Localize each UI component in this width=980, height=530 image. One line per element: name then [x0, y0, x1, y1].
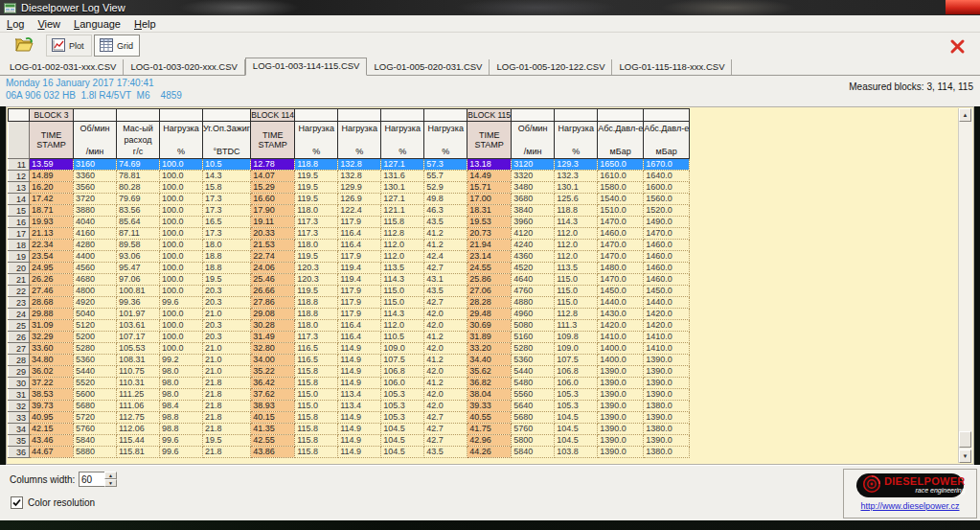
grid-cell[interactable]: 100.0 — [160, 205, 203, 217]
grid-cell[interactable]: 21.13 — [30, 228, 74, 240]
grid-cell[interactable]: 119.5 — [295, 286, 338, 297]
grid-cell[interactable]: 1390.0 — [598, 424, 644, 435]
grid-cell[interactable]: 115.8 — [295, 378, 338, 389]
grid-cell[interactable]: 4960 — [512, 309, 555, 320]
grid-cell[interactable]: 117.9 — [338, 286, 381, 297]
grid-cell[interactable]: 36.82 — [467, 378, 512, 389]
grid-cell[interactable]: 99.6 — [160, 447, 203, 458]
grid-cell[interactable]: 3560 — [74, 182, 117, 194]
grid-cell[interactable]: 19.11 — [251, 217, 295, 228]
row-header[interactable]: 36 — [9, 447, 30, 458]
grid-cell[interactable]: 1390.0 — [598, 401, 644, 412]
grid-cell[interactable]: 103.61 — [117, 320, 160, 332]
grid-cell[interactable]: 1390.0 — [598, 447, 644, 458]
grid-cell[interactable]: 132.3 — [555, 171, 598, 182]
grid-cell[interactable]: 127.1 — [381, 159, 424, 171]
grid-cell[interactable]: 117.9 — [338, 251, 381, 263]
grid-cell[interactable]: 36.42 — [251, 378, 295, 389]
grid-cell[interactable]: 117.3 — [295, 332, 338, 343]
grid-cell[interactable]: 25.46 — [251, 274, 295, 286]
grid-cell[interactable]: 100.0 — [160, 320, 203, 332]
grid-cell[interactable]: 104.5 — [381, 435, 424, 447]
grid-cell[interactable]: 117.9 — [338, 309, 381, 320]
grid-cell[interactable]: 19.53 — [467, 217, 512, 228]
grid-cell[interactable]: 1470.0 — [598, 274, 644, 286]
grid-cell[interactable]: 42.55 — [251, 435, 295, 447]
grid-cell[interactable]: 14.89 — [30, 171, 74, 182]
grid-cell[interactable]: 5200 — [74, 332, 117, 343]
grid-cell[interactable]: 1390.0 — [644, 435, 690, 447]
grid-cell[interactable]: 18.8 — [203, 263, 251, 274]
grid-cell[interactable]: 105.3 — [381, 412, 424, 424]
grid-cell[interactable]: 1390.0 — [598, 435, 644, 447]
grid-cell[interactable]: 115.0 — [555, 274, 598, 286]
grid-cell[interactable]: 1400.0 — [598, 343, 644, 355]
grid-cell[interactable]: 4680 — [74, 274, 117, 286]
grid-cell[interactable]: 33.60 — [30, 343, 74, 355]
grid-cell[interactable]: 1410.0 — [598, 332, 644, 343]
grid-cell[interactable]: 1580.0 — [598, 182, 644, 194]
grid-cell[interactable]: 3480 — [512, 182, 555, 194]
grid-cell[interactable]: 99.6 — [160, 435, 203, 447]
grid-cell[interactable]: 1470.0 — [598, 251, 644, 263]
grid-cell[interactable]: 111.06 — [117, 401, 160, 412]
grid-cell[interactable]: 1440.0 — [644, 297, 690, 309]
row-header[interactable]: 16 — [9, 217, 30, 228]
grid-cell[interactable]: 42.96 — [467, 435, 512, 447]
grid-cell[interactable]: 37.22 — [30, 378, 74, 389]
grid-cell[interactable]: 78.81 — [117, 171, 160, 182]
grid-cell[interactable]: 110.31 — [117, 378, 160, 389]
row-header[interactable]: 29 — [9, 366, 30, 378]
grid-cell[interactable]: 5160 — [512, 332, 555, 343]
menu-item-log[interactable]: Log — [0, 16, 31, 32]
grid-cell[interactable]: 24.55 — [467, 263, 512, 274]
grid-cell[interactable]: 16.20 — [30, 182, 74, 194]
grid-cell[interactable]: 3120 — [512, 159, 555, 171]
row-header[interactable]: 33 — [9, 412, 30, 424]
grid-cell[interactable]: 1470.0 — [644, 228, 690, 240]
grid-cell[interactable]: 5040 — [74, 309, 117, 320]
grid-cell[interactable]: 119.5 — [295, 194, 338, 205]
grid-cell[interactable]: 4280 — [74, 240, 117, 251]
grid-cell[interactable]: 100.0 — [160, 228, 203, 240]
grid-cell[interactable]: 104.5 — [555, 412, 598, 424]
grid-cell[interactable]: 40.15 — [251, 412, 295, 424]
grid-cell[interactable]: 43.1 — [424, 274, 467, 286]
grid-cell[interactable]: 115.44 — [117, 435, 160, 447]
grid-cell[interactable]: 3960 — [512, 217, 555, 228]
grid-cell[interactable]: 38.53 — [30, 389, 74, 401]
row-header[interactable]: 22 — [9, 286, 30, 297]
grid-cell[interactable]: 114.9 — [338, 412, 381, 424]
grid-cell[interactable]: 42.0 — [424, 366, 467, 378]
grid-cell[interactable]: 21.0 — [203, 343, 251, 355]
grid-cell[interactable]: 43.86 — [251, 447, 295, 458]
grid-cell[interactable]: 26.26 — [30, 274, 74, 286]
grid-cell[interactable]: 4880 — [512, 297, 555, 309]
grid-cell[interactable]: 42.0 — [424, 401, 467, 412]
grid-cell[interactable]: 89.58 — [117, 240, 160, 251]
grid-cell[interactable]: 80.28 — [117, 182, 160, 194]
grid-cell[interactable]: 119.5 — [295, 171, 338, 182]
grid-cell[interactable]: 4920 — [74, 297, 117, 309]
grid-cell[interactable]: 98.0 — [160, 389, 203, 401]
grid-cell[interactable]: 3880 — [74, 205, 117, 217]
grid-cell[interactable]: 4040 — [74, 217, 117, 228]
grid-cell[interactable]: 112.06 — [117, 424, 160, 435]
grid-cell[interactable]: 103.8 — [555, 447, 598, 458]
grid-cell[interactable]: 100.0 — [160, 274, 203, 286]
row-header[interactable]: 32 — [9, 401, 30, 412]
grid-cell[interactable]: 17.90 — [251, 205, 295, 217]
row-header[interactable]: 11 — [9, 159, 30, 171]
grid-cell[interactable]: 4800 — [74, 286, 117, 297]
grid-cell[interactable]: 1650.0 — [598, 159, 644, 171]
vertical-scrollbar[interactable]: ▲ ▼ — [958, 108, 972, 463]
grid-cell[interactable]: 116.5 — [295, 343, 338, 355]
grid-cell[interactable]: 5840 — [74, 435, 117, 447]
grid-cell[interactable]: 115.0 — [555, 286, 598, 297]
row-header[interactable]: 28 — [9, 355, 30, 366]
grid-cell[interactable]: 18.8 — [203, 251, 251, 263]
grid-cell[interactable]: 115.0 — [381, 286, 424, 297]
grid-cell[interactable]: 116.4 — [338, 320, 381, 332]
grid-cell[interactable]: 5720 — [74, 412, 117, 424]
grid-cell[interactable]: 129.3 — [555, 159, 598, 171]
